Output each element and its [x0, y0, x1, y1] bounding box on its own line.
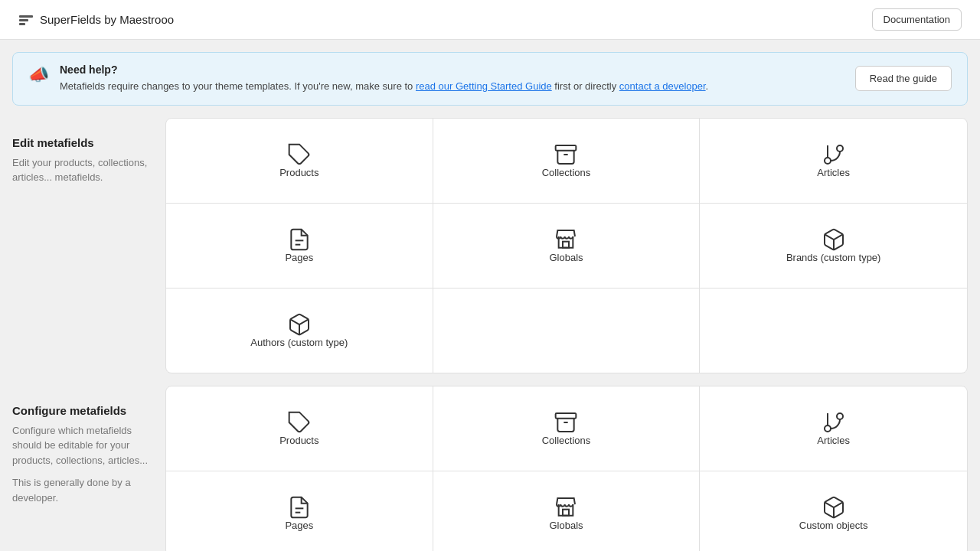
tag-icon-config	[287, 410, 312, 435]
svg-rect-2	[19, 23, 25, 25]
svg-point-19	[825, 425, 831, 432]
configure-collections-label: Collections	[542, 435, 591, 446]
edit-brands-label: Brands (custom type)	[786, 252, 881, 263]
edit-articles-cell[interactable]: Articles	[700, 119, 967, 203]
edit-products-label: Products	[279, 167, 318, 178]
edit-empty-cell-1	[433, 289, 701, 373]
help-banner-heading: Need help?	[60, 64, 708, 76]
documentation-button[interactable]: Documentation	[872, 8, 962, 31]
edit-empty-cell-2	[700, 289, 967, 373]
configure-metafields-description1: Configure which metafields should be edi…	[12, 423, 153, 468]
configure-metafields-section: Configure metafields Configure which met…	[12, 386, 968, 552]
box-icon-custom	[822, 495, 846, 520]
fork-icon	[822, 142, 846, 167]
read-guide-button[interactable]: Read the guide	[855, 66, 952, 91]
edit-products-cell[interactable]: Products	[166, 119, 433, 203]
configure-custom-objects-cell[interactable]: Custom objects	[700, 471, 967, 552]
edit-pages-cell[interactable]: Pages	[166, 204, 433, 288]
configure-grid-row-2: Pages Globals	[166, 471, 967, 552]
help-banner-description: Metafields require changes to your theme…	[60, 79, 708, 94]
configure-pages-label: Pages	[285, 520, 313, 531]
edit-grid-row-3: Authors (custom type)	[166, 289, 967, 373]
configure-metafields-description2: This is generally done by a developer.	[12, 475, 153, 505]
getting-started-link[interactable]: read our Getting Started Guide	[416, 80, 552, 92]
edit-globals-label: Globals	[549, 252, 583, 263]
edit-globals-cell[interactable]: Globals	[433, 204, 701, 288]
edit-metafields-heading: Edit metafields	[12, 136, 153, 149]
fork-icon-config	[822, 410, 846, 435]
edit-collections-label: Collections	[542, 167, 591, 178]
configure-globals-label: Globals	[549, 520, 583, 531]
svg-rect-1	[19, 19, 28, 21]
svg-point-18	[837, 413, 843, 419]
configure-globals-cell[interactable]: Globals	[433, 471, 701, 552]
edit-collections-cell[interactable]: Collections	[433, 119, 701, 203]
svg-point-7	[837, 145, 843, 152]
topbar-left: SuperFields by Maestrooo	[18, 12, 174, 28]
svg-rect-15	[556, 413, 577, 419]
document-icon-config	[287, 495, 312, 520]
configure-metafields-grid: Products Collections	[165, 386, 968, 552]
store-icon-config	[554, 495, 578, 520]
tag-icon	[287, 142, 312, 167]
svg-point-8	[825, 158, 831, 164]
svg-rect-22	[563, 510, 569, 516]
edit-metafields-label: Edit metafields Edit your products, coll…	[12, 118, 165, 373]
svg-rect-11	[563, 242, 569, 248]
help-banner-left: 📣 Need help? Metafields require changes …	[28, 64, 708, 94]
edit-authors-cell[interactable]: Authors (custom type)	[166, 289, 433, 373]
box-icon-brands	[822, 227, 846, 252]
help-banner: 📣 Need help? Metafields require changes …	[12, 52, 968, 106]
contact-developer-link[interactable]: contact a developer	[619, 80, 706, 92]
main-content: Edit metafields Edit your products, coll…	[0, 118, 980, 552]
store-icon	[554, 227, 578, 252]
edit-authors-label: Authors (custom type)	[250, 337, 348, 348]
configure-metafields-label: Configure metafields Configure which met…	[12, 386, 165, 552]
configure-collections-cell[interactable]: Collections	[433, 386, 701, 471]
edit-metafields-section: Edit metafields Edit your products, coll…	[12, 118, 968, 373]
configure-pages-cell[interactable]: Pages	[166, 471, 433, 552]
archive-icon-config	[554, 410, 578, 435]
logo-icon	[18, 12, 34, 28]
archive-icon	[554, 142, 578, 167]
svg-rect-4	[556, 145, 577, 151]
box-icon-authors	[287, 312, 312, 337]
configure-custom-objects-label: Custom objects	[799, 520, 868, 531]
edit-grid-row-2: Pages Globals	[166, 204, 967, 289]
megaphone-icon: 📣	[28, 65, 49, 85]
svg-rect-0	[19, 15, 33, 18]
help-banner-text: Need help? Metafields require changes to…	[60, 64, 708, 94]
configure-articles-cell[interactable]: Articles	[700, 386, 967, 471]
edit-metafields-grid: Products Collections	[165, 118, 968, 373]
edit-pages-label: Pages	[285, 252, 313, 263]
edit-brands-cell[interactable]: Brands (custom type)	[700, 204, 967, 288]
app-title: SuperFields by Maestrooo	[40, 13, 174, 26]
configure-metafields-heading: Configure metafields	[12, 404, 153, 417]
configure-products-cell[interactable]: Products	[166, 386, 433, 471]
configure-grid-row-1: Products Collections	[166, 386, 967, 471]
edit-metafields-description: Edit your products, collections, article…	[12, 155, 153, 185]
edit-grid-row-1: Products Collections	[166, 119, 967, 204]
edit-articles-label: Articles	[817, 167, 850, 178]
configure-products-label: Products	[279, 435, 318, 446]
configure-articles-label: Articles	[817, 435, 850, 446]
topbar: SuperFields by Maestrooo Documentation	[0, 0, 980, 40]
document-icon	[287, 227, 312, 252]
